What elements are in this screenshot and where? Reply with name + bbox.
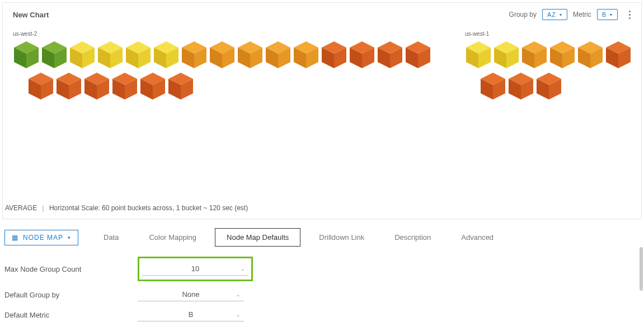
chevron-down-icon: ⌄ xyxy=(236,292,241,297)
groupby-value: AZ xyxy=(547,11,556,18)
group-label: us-west-1 xyxy=(465,31,632,37)
grid-icon: ▦ xyxy=(12,234,18,242)
tab-node-map-defaults[interactable]: Node Map Defaults xyxy=(215,228,300,247)
kebab-menu-icon[interactable] xyxy=(626,8,633,21)
form-row: Default Group byNone⌄ xyxy=(4,285,642,305)
node-cube[interactable] xyxy=(125,40,152,69)
node-cube[interactable] xyxy=(55,72,82,101)
tab-color-mapping[interactable]: Color Mapping xyxy=(137,228,208,247)
highlighted-field: 10⌄ xyxy=(138,257,253,281)
cube-row xyxy=(27,72,431,101)
footer-scale: Horizontal Scale: 60 point buckets acros… xyxy=(49,204,248,212)
node-cube[interactable] xyxy=(321,40,347,69)
config-tabs: DataColor MappingNode Map DefaultsDrilld… xyxy=(92,228,505,247)
chevron-down-icon: ⌄ xyxy=(236,312,241,318)
node-cube[interactable] xyxy=(605,40,632,69)
chart-type-select[interactable]: ▦ NODE MAP ▾ xyxy=(4,230,78,245)
chart-panel: New Chart Group by AZ ▾ Metric B ▾ us-we… xyxy=(2,2,642,219)
config-toolbar: ▦ NODE MAP ▾ DataColor MappingNode Map D… xyxy=(4,225,642,251)
config-panel: ▦ NODE MAP ▾ DataColor MappingNode Map D… xyxy=(0,221,644,328)
node-group: us-west-1 xyxy=(465,31,632,101)
chart-footer: AVERAGE | Horizontal Scale: 60 point buc… xyxy=(3,198,641,219)
node-cube[interactable] xyxy=(139,72,166,101)
node-cube[interactable] xyxy=(83,72,110,101)
cube-row xyxy=(13,40,431,69)
groupby-select[interactable]: AZ ▾ xyxy=(542,9,567,20)
node-cube[interactable] xyxy=(181,40,208,69)
node-cube[interactable] xyxy=(167,72,194,101)
node-cube[interactable] xyxy=(153,40,180,69)
chevron-down-icon: ▾ xyxy=(560,12,562,17)
metric-select[interactable]: B ▾ xyxy=(597,9,618,20)
tab-drilldown-link[interactable]: Drilldown Link xyxy=(307,228,376,247)
chart-body: us-west-2 xyxy=(3,25,641,198)
chart-title: New Chart xyxy=(13,11,49,19)
node-group: us-west-2 xyxy=(13,31,431,101)
node-cube[interactable] xyxy=(265,40,292,69)
chart-type-value: NODE MAP xyxy=(23,234,63,242)
form-label: Default Metric xyxy=(4,311,138,319)
node-cube[interactable] xyxy=(97,40,124,69)
groupby-label: Group by xyxy=(509,11,537,18)
metric-label: Metric xyxy=(573,11,591,18)
node-cube[interactable] xyxy=(349,40,375,69)
footer-aggregation: AVERAGE xyxy=(5,204,37,212)
node-cube[interactable] xyxy=(480,72,506,101)
node-cube[interactable] xyxy=(577,40,604,69)
chevron-down-icon: ⌄ xyxy=(241,266,245,272)
form-label: Max Node Group Count xyxy=(4,265,138,273)
node-cube[interactable] xyxy=(535,72,562,101)
form-select[interactable]: None⌄ xyxy=(138,288,244,301)
node-cube[interactable] xyxy=(293,40,319,69)
separator: | xyxy=(42,204,44,212)
cube-row xyxy=(465,40,632,69)
node-cube[interactable] xyxy=(377,40,403,69)
chevron-down-icon: ▾ xyxy=(610,12,613,17)
node-cube[interactable] xyxy=(111,72,138,101)
node-cube[interactable] xyxy=(405,40,431,69)
scrollbar[interactable] xyxy=(640,247,643,291)
node-cube[interactable] xyxy=(237,40,264,69)
header-controls: Group by AZ ▾ Metric B ▾ xyxy=(509,8,633,21)
node-cube[interactable] xyxy=(521,40,548,69)
tab-description[interactable]: Description xyxy=(383,228,443,247)
node-cube[interactable] xyxy=(41,40,68,69)
node-cube[interactable] xyxy=(209,40,236,69)
node-cube[interactable] xyxy=(493,40,520,69)
node-cube[interactable] xyxy=(465,40,492,69)
form-select-value: B xyxy=(189,310,194,319)
node-cube[interactable] xyxy=(13,40,40,69)
form-row: Max Node Group Count10⌄ xyxy=(4,253,642,285)
form-select[interactable]: 10⌄ xyxy=(142,262,248,276)
form-select-value: 10 xyxy=(191,264,199,273)
group-label: us-west-2 xyxy=(13,31,431,37)
metric-value: B xyxy=(602,11,607,18)
node-cube[interactable] xyxy=(27,72,54,101)
form-row: Default MetricB⌄ xyxy=(4,305,642,325)
tab-advanced[interactable]: Advanced xyxy=(449,228,505,247)
chevron-down-icon: ▾ xyxy=(68,235,71,240)
node-cube[interactable] xyxy=(549,40,576,69)
cube-row xyxy=(480,72,632,101)
form-label: Default Group by xyxy=(4,291,138,299)
chart-header: New Chart Group by AZ ▾ Metric B ▾ xyxy=(3,3,641,25)
tab-data[interactable]: Data xyxy=(92,228,130,247)
form-select-value: None xyxy=(182,290,199,299)
node-cube[interactable] xyxy=(69,40,96,69)
config-form: Max Node Group Count10⌄Default Group byN… xyxy=(4,251,642,325)
node-cube[interactable] xyxy=(507,72,534,101)
form-select[interactable]: B⌄ xyxy=(138,308,244,321)
